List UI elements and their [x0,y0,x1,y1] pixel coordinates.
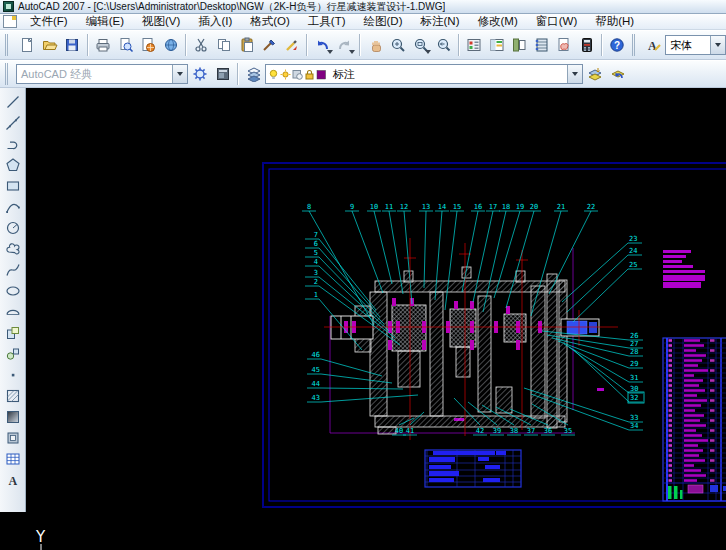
line-button[interactable] [2,91,24,112]
app-icon [3,1,14,12]
layer-swatch-icon[interactable] [316,69,327,80]
zoomrt-button[interactable] [387,33,410,57]
toolbar-grip[interactable] [5,63,12,85]
undo-button[interactable] [311,33,334,57]
copy-button[interactable] [213,33,236,57]
arc-icon [5,199,21,215]
earc-button[interactable] [2,301,24,322]
workspace-combo[interactable]: AutoCAD 经典 [16,64,188,84]
cut-button[interactable] [190,33,213,57]
svg-text:40: 40 [395,427,403,435]
layers-toolbar: AutoCAD 经典 标注 [0,60,726,88]
circle-button[interactable] [2,217,24,238]
menu-item-4[interactable]: 格式(O) [241,14,299,29]
menu-item-3[interactable]: 插入(I) [189,14,241,29]
help-button[interactable]: ? [606,33,629,57]
title-block [425,450,521,487]
etransmit-button[interactable] [159,33,182,57]
spline-button[interactable] [2,259,24,280]
arc-button[interactable] [2,196,24,217]
layer-state-icons [266,69,329,80]
svg-text:35: 35 [564,427,572,435]
qcalc-icon [579,37,595,53]
menu-items: 文件(F)编辑(E)视图(V)插入(I)格式(O)工具(T)绘图(D)标注(N)… [21,14,643,29]
menu-item-10[interactable]: 帮助(H) [586,14,643,29]
save-button[interactable] [61,33,84,57]
layer-combo[interactable]: 标注 [265,64,583,84]
publish-button[interactable] [137,33,160,57]
point-button[interactable] [2,364,24,385]
layer-vp-icon[interactable] [292,69,303,80]
toolbar-grip[interactable] [5,34,12,56]
table-button[interactable] [2,448,24,469]
svg-text:37: 37 [527,427,535,435]
svg-text:26: 26 [630,332,638,340]
xline-button[interactable] [2,112,24,133]
toolbar-separator [306,34,308,56]
menu-item-7[interactable]: 标注(N) [412,14,469,29]
gradient-button[interactable] [2,406,24,427]
pan-icon [368,37,384,53]
svg-text:34: 34 [630,422,638,430]
svg-text:Y: Y [35,528,46,546]
toolbar-grip[interactable] [632,34,639,56]
rectangle-button[interactable] [2,175,24,196]
svg-text:25: 25 [629,261,637,269]
ellipse-button[interactable] [2,280,24,301]
menu-item-5[interactable]: 工具(T) [299,14,355,29]
svg-text:3: 3 [314,269,318,277]
palettes-button[interactable] [508,33,531,57]
help-icon: ? [609,37,625,53]
qcalc-button[interactable] [576,33,599,57]
workspace-combo-caret[interactable] [172,65,187,83]
redo-button[interactable] [334,33,357,57]
markup-button[interactable] [553,33,576,57]
pline-button[interactable] [2,133,24,154]
preview-button[interactable] [114,33,137,57]
region-button[interactable] [2,427,24,448]
mtext-button[interactable]: A [2,469,24,490]
new-button[interactable] [16,33,39,57]
layer-properties-manager-button[interactable] [242,62,265,86]
layer-combo-caret[interactable] [567,65,582,83]
workspace-window-button[interactable] [211,62,234,86]
font-combo-caret[interactable] [710,36,725,54]
svg-text:10: 10 [370,203,378,211]
layer-bulb-icon[interactable] [268,69,279,80]
dcenter-button[interactable] [485,33,508,57]
polygon-button[interactable] [2,154,24,175]
make-object-layer-current-button[interactable] [583,62,606,86]
zoomrt-icon [390,37,406,53]
menu-item-1[interactable]: 编辑(E) [77,14,133,29]
open-button[interactable] [39,33,62,57]
menu-item-2[interactable]: 视图(V) [133,14,189,29]
menu-item-8[interactable]: 修改(M) [468,14,526,29]
menu-item-9[interactable]: 窗口(W) [527,14,587,29]
drawing-area: A [0,88,726,550]
menu-bar: 文件(F)编辑(E)视图(V)插入(I)格式(O)工具(T)绘图(D)标注(N)… [0,14,726,30]
sheetset-button[interactable] [530,33,553,57]
layer-previous-button[interactable] [606,62,629,86]
layer-lock-icon[interactable] [304,69,315,80]
plot-button[interactable] [92,33,115,57]
hatch-button[interactable] [2,385,24,406]
cad-canvas[interactable]: 8910111213141516171819202122765432146454… [26,88,726,550]
match-button[interactable] [258,33,281,57]
textstyle-button[interactable]: A [643,33,666,57]
font-style-combo[interactable]: 宋体 [665,35,726,55]
zoomprev-button[interactable] [432,33,455,57]
layer-sun-icon[interactable] [280,69,291,80]
pan-button[interactable] [364,33,387,57]
workspace-settings-button[interactable] [188,62,211,86]
paste-button[interactable] [235,33,258,57]
menu-item-0[interactable]: 文件(F) [21,14,77,29]
bedit-button[interactable] [280,33,303,57]
props-button[interactable] [463,33,486,57]
zoomwin-button[interactable] [409,33,432,57]
insblock-button[interactable] [2,322,24,343]
mkblock-button[interactable] [2,343,24,364]
revcloud-button[interactable] [2,238,24,259]
point-icon [5,367,21,383]
layersmgr-icon [246,66,262,82]
menu-item-6[interactable]: 绘图(D) [355,14,412,29]
